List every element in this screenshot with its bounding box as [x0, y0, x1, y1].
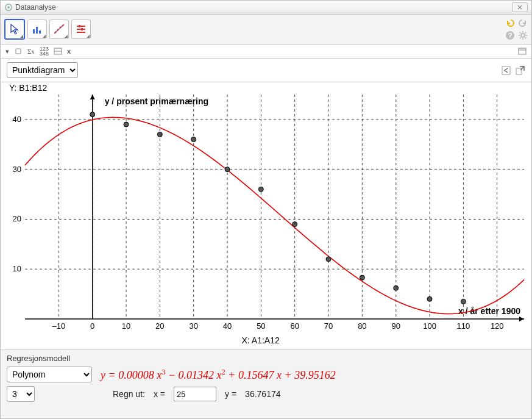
subbar-table-icon[interactable]	[54, 48, 62, 55]
svg-point-84	[394, 285, 399, 290]
subbar-x-icon[interactable]: x	[67, 48, 71, 55]
subbar-numbers-icon[interactable]: 123345	[40, 46, 49, 56]
svg-text:100: 100	[423, 321, 436, 331]
regression-title: Regresjonsmodell	[7, 354, 525, 363]
svg-text:70: 70	[324, 321, 333, 331]
svg-text:90: 90	[391, 321, 400, 331]
svg-line-22	[520, 32, 521, 34]
svg-text:Y:  B1:B12: Y: B1:B12	[9, 83, 47, 93]
tool-multi-var-stats[interactable]	[71, 20, 91, 39]
svg-point-78	[191, 137, 196, 142]
svg-rect-13	[79, 25, 80, 27]
svg-rect-4	[39, 30, 41, 34]
svg-rect-14	[81, 28, 83, 30]
svg-point-81	[293, 222, 297, 227]
svg-point-79	[225, 167, 230, 172]
undo-icon[interactable]	[505, 18, 515, 29]
subbar-menu-icon[interactable]: ▾	[5, 48, 9, 56]
svg-line-25	[525, 32, 526, 34]
svg-text:40: 40	[223, 321, 232, 331]
regression-degree-select[interactable]: 3	[7, 386, 35, 402]
eval-y-label: y =	[225, 389, 236, 399]
svg-text:30: 30	[189, 321, 197, 331]
svg-text:60: 60	[290, 321, 299, 331]
svg-text:X:  A1:A12: X: A1:A12	[242, 335, 280, 345]
svg-point-75	[90, 112, 95, 117]
svg-text:0: 0	[90, 321, 94, 331]
svg-text:120: 120	[491, 321, 504, 331]
svg-rect-29	[519, 48, 526, 54]
svg-text:–10: –10	[52, 321, 65, 331]
redo-icon[interactable]	[517, 18, 528, 29]
svg-rect-2	[33, 29, 35, 34]
titlebar: Dataanalyse	[1, 1, 531, 15]
subbar-collapse-icon[interactable]	[518, 48, 527, 55]
window-title: Dataanalyse	[15, 3, 512, 12]
svg-text:80: 80	[358, 321, 366, 331]
regression-equation: y = 0.00008 x3 − 0.01342 x2 + 0.15647 x …	[101, 368, 336, 382]
svg-rect-26	[16, 49, 21, 54]
svg-text:10: 10	[122, 321, 130, 331]
help-icon[interactable]: ?	[505, 30, 515, 41]
panel-back-icon[interactable]	[501, 65, 511, 76]
panel-popout-icon[interactable]	[515, 65, 525, 76]
subbar: ▾ Σx 123345 x	[1, 45, 531, 59]
eval-y-output: 36.76174	[245, 389, 294, 399]
svg-line-9	[54, 24, 64, 34]
toolbar-right: ?	[505, 18, 528, 41]
svg-text:50: 50	[257, 321, 265, 331]
eval-x-input[interactable]	[174, 387, 216, 401]
eval-x-label: x =	[154, 389, 165, 399]
subbar-sigma-icon[interactable]: Σx	[27, 48, 35, 55]
chart-type-bar: Punktdiagram	[1, 59, 531, 82]
svg-text:10: 10	[13, 264, 21, 273]
svg-point-77	[157, 132, 162, 137]
window-close-button[interactable]	[512, 2, 528, 12]
svg-rect-31	[502, 66, 510, 74]
svg-text:20: 20	[155, 321, 164, 331]
eval-label: Regn ut:	[113, 389, 145, 399]
svg-point-82	[326, 257, 331, 262]
tool-pointer[interactable]	[4, 19, 25, 40]
svg-point-76	[124, 122, 129, 127]
svg-point-17	[521, 34, 525, 37]
settings-icon[interactable]	[517, 30, 528, 41]
subbar-data-icon[interactable]	[14, 47, 23, 56]
svg-line-23	[525, 38, 526, 39]
chart-type-select[interactable]: Punktdiagram	[7, 62, 78, 78]
svg-text:?: ?	[508, 32, 512, 39]
tool-two-var-stats[interactable]	[49, 20, 69, 39]
window: Dataanalyse	[0, 0, 532, 419]
toolbar: ?	[1, 15, 531, 45]
svg-text:110: 110	[457, 321, 470, 331]
scatter-plot[interactable]: –10010203040506070809010011012010203040y…	[1, 82, 531, 349]
svg-point-1	[7, 6, 10, 9]
svg-text:x / år etter 1900: x / år etter 1900	[458, 306, 520, 316]
svg-text:y / prosent primærnæring: y / prosent primærnæring	[105, 96, 208, 106]
svg-point-80	[258, 187, 263, 192]
svg-line-24	[520, 38, 521, 39]
svg-text:30: 30	[13, 165, 21, 174]
svg-text:20: 20	[13, 214, 21, 223]
svg-rect-3	[36, 27, 38, 34]
regression-model-select[interactable]: Polynom	[7, 367, 92, 382]
tool-one-var-stats[interactable]	[27, 20, 47, 39]
svg-point-85	[427, 296, 432, 301]
svg-text:40: 40	[13, 115, 21, 124]
regression-panel: Regresjonsmodell Polynom y = 0.00008 x3 …	[1, 349, 531, 418]
app-icon	[4, 3, 13, 12]
svg-point-83	[360, 275, 364, 280]
svg-point-86	[461, 299, 466, 304]
